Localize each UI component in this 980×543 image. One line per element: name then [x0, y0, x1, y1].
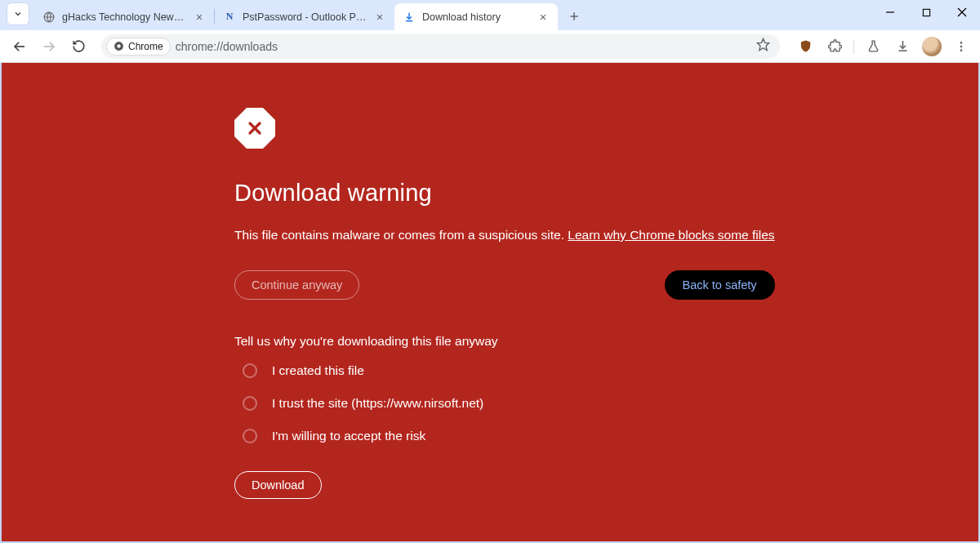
tab-pstpassword[interactable]: N PstPassword - Outlook PST Pas [215, 3, 394, 30]
new-tab-button[interactable] [563, 5, 586, 28]
description-text: This file contains malware or comes from… [234, 228, 568, 242]
page-heading: Download warning [234, 180, 775, 207]
warning-panel: Download warning This file contains malw… [234, 108, 775, 541]
tab-close-button[interactable] [537, 11, 550, 24]
svg-rect-12 [923, 9, 929, 16]
download-icon [403, 11, 416, 24]
tab-title: Download history [422, 11, 530, 23]
continue-anyway-button[interactable]: Continue anyway [234, 270, 359, 300]
svg-marker-19 [757, 38, 768, 50]
window-controls [872, 0, 980, 30]
bookmark-button[interactable] [756, 38, 770, 55]
chip-label: Chrome [128, 41, 163, 52]
svg-point-23 [960, 45, 963, 47]
reason-label: I created this file [272, 363, 364, 378]
nirsoft-icon: N [223, 11, 236, 24]
menu-button[interactable] [949, 34, 973, 59]
reload-button[interactable] [65, 33, 91, 60]
maximize-button[interactable] [908, 0, 944, 24]
radio-icon [243, 363, 257, 378]
danger-icon [234, 108, 275, 149]
close-window-button[interactable] [944, 0, 980, 24]
forward-button[interactable] [36, 33, 62, 60]
site-chip[interactable]: Chrome [106, 38, 171, 56]
tab-title: PstPassword - Outlook PST Pas [243, 11, 367, 23]
titlebar: gHacks Technology News and A N PstPasswo… [0, 0, 980, 30]
tab-close-button[interactable] [193, 11, 206, 24]
address-bar[interactable]: Chrome chrome://downloads [101, 34, 780, 59]
tab-close-button[interactable] [373, 11, 386, 24]
download-button[interactable]: Download [234, 471, 322, 499]
radio-icon [243, 396, 257, 411]
reason-option-created[interactable]: I created this file [243, 363, 775, 378]
svg-point-24 [960, 49, 963, 51]
minimize-button[interactable] [872, 0, 908, 24]
url-text: chrome://downloads [176, 40, 278, 53]
chrome-icon [114, 41, 124, 51]
tab-downloads[interactable]: Download history [394, 3, 558, 30]
reason-option-trust-site[interactable]: I trust the site (https://www.nirsoft.ne… [243, 396, 775, 411]
chevron-down-icon [13, 9, 23, 19]
reason-option-accept-risk[interactable]: I'm willing to accept the risk [243, 429, 775, 443]
back-button[interactable] [7, 33, 33, 60]
tab-title: gHacks Technology News and A [62, 11, 186, 23]
tab-ghacks[interactable]: gHacks Technology News and A [34, 3, 214, 30]
page-content: Download warning This file contains malw… [0, 63, 980, 543]
reason-label: I'm willing to accept the risk [272, 429, 425, 443]
profile-button[interactable] [920, 34, 944, 59]
ublock-icon[interactable] [793, 34, 817, 59]
svg-point-22 [960, 42, 963, 44]
separator [853, 39, 854, 54]
learn-more-link[interactable]: Learn why Chrome blocks some files [568, 228, 774, 242]
action-row: Continue anyway Back to safety [234, 270, 775, 300]
toolbar-actions [793, 34, 973, 59]
globe-icon [42, 11, 56, 24]
survey-question: Tell us why you're downloading this file… [234, 334, 775, 349]
browser-toolbar: Chrome chrome://downloads [0, 30, 980, 63]
warning-description: This file contains malware or comes from… [234, 226, 775, 244]
extensions-button[interactable] [822, 34, 847, 59]
radio-icon [243, 429, 257, 443]
avatar [922, 37, 942, 56]
tab-search-button[interactable] [7, 2, 29, 25]
labs-button[interactable] [861, 34, 885, 59]
back-to-safety-button[interactable]: Back to safety [665, 270, 775, 300]
downloads-button[interactable] [890, 34, 915, 59]
svg-point-18 [117, 44, 120, 47]
reason-label: I trust the site (https://www.nirsoft.ne… [272, 396, 483, 411]
